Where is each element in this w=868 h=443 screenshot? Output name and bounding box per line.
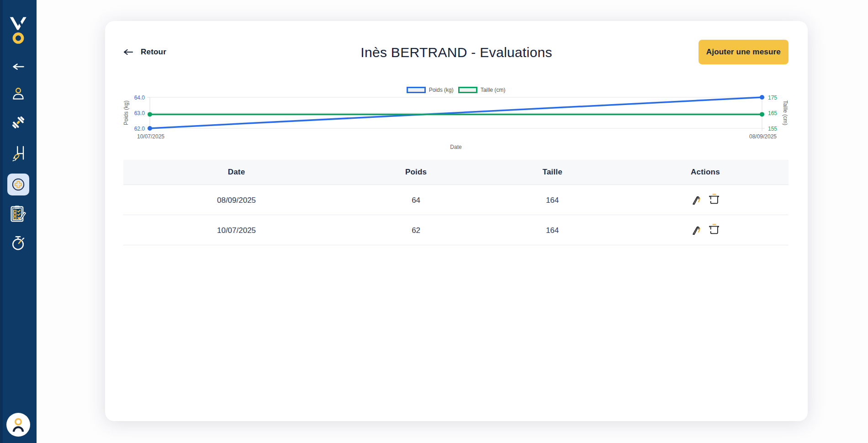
svg-text:175: 175: [768, 95, 777, 101]
rugby-goal-ball-icon: [12, 145, 25, 162]
legend-item[interactable]: Taille (cm): [458, 87, 506, 93]
vo-logo-icon: [8, 14, 29, 48]
delete-button[interactable]: [709, 194, 719, 205]
sidebar-item-stopwatch[interactable]: [7, 232, 29, 254]
edit-pencil-icon: [692, 193, 701, 205]
svg-text:10/07/2025: 10/07/2025: [137, 133, 164, 140]
legend-label: Poids (kg): [429, 87, 454, 93]
sidebar-item-medical[interactable]: [7, 174, 29, 195]
legend-swatch: [458, 87, 477, 93]
sidebar-item-evaluations[interactable]: [7, 203, 29, 225]
svg-text:62.0: 62.0: [134, 126, 145, 132]
chart-legend: Poids (kg)Taille (cm): [123, 86, 789, 94]
legend-label: Taille (cm): [481, 87, 506, 93]
cell-actions: [622, 215, 789, 245]
svg-text:Taille (cm): Taille (cm): [782, 100, 789, 126]
column-header-actions: Actions: [622, 160, 789, 185]
edit-pencil-icon: [692, 223, 701, 235]
svg-text:Poids (kg): Poids (kg): [123, 100, 129, 125]
svg-text:165: 165: [768, 110, 777, 116]
table-row: 10/07/202562164: [123, 215, 789, 245]
cell-date: 08/09/2025: [123, 185, 349, 215]
svg-text:08/09/2025: 08/09/2025: [749, 133, 777, 140]
cell-actions: [622, 185, 789, 215]
legend-item[interactable]: Poids (kg): [407, 87, 454, 93]
dumbbell-icon: [11, 116, 25, 129]
measurements-table: DatePoidsTailleActions 08/09/202564164 1…: [123, 160, 789, 245]
app-logo-icon[interactable]: [0, 14, 37, 48]
measurements-table-wrap: DatePoidsTailleActions 08/09/202564164 1…: [123, 160, 789, 245]
delete-trash-icon: [709, 194, 719, 205]
delete-trash-icon: [709, 224, 719, 235]
main-content: Retour Inès BERTRAND - Evaluations Ajout…: [37, 0, 868, 443]
edit-button[interactable]: [691, 194, 701, 205]
evaluations-card: Retour Inès BERTRAND - Evaluations Ajout…: [105, 21, 808, 421]
cell-poids: 62: [349, 215, 482, 245]
card-header: Retour Inès BERTRAND - Evaluations Ajout…: [105, 42, 808, 62]
column-header-date: Date: [123, 160, 349, 185]
cell-taille: 164: [482, 215, 622, 245]
person-icon: [13, 88, 24, 100]
medical-cross-circle-icon: [11, 177, 26, 192]
sidebar-item-dumbbell[interactable]: [7, 111, 29, 133]
sidebar: [0, 0, 37, 443]
svg-text:64.0: 64.0: [134, 95, 145, 101]
measurements-chart: Poids (kg)Taille (cm) 62.015563.016564.0…: [123, 86, 789, 154]
column-header-poids: Poids: [349, 160, 482, 185]
svg-text:Date: Date: [450, 144, 462, 150]
legend-swatch: [407, 87, 426, 93]
back-arrow-icon: [12, 63, 24, 70]
table-header-row: DatePoidsTailleActions: [123, 160, 789, 185]
edit-button[interactable]: [691, 224, 701, 235]
app: Retour Inès BERTRAND - Evaluations Ajout…: [0, 0, 868, 443]
column-header-taille: Taille: [482, 160, 622, 185]
stopwatch-icon: [11, 235, 26, 251]
user-avatar-icon: [10, 417, 26, 433]
svg-text:155: 155: [768, 126, 777, 132]
sidebar-item-rugby[interactable]: [7, 142, 29, 164]
user-avatar[interactable]: [6, 413, 30, 437]
delete-button[interactable]: [709, 224, 719, 235]
cell-date: 10/07/2025: [123, 215, 349, 245]
sidebar-item-person[interactable]: [7, 83, 29, 105]
table-row: 08/09/202564164: [123, 185, 789, 215]
checklist-clipboard-icon: [10, 205, 26, 222]
chart-canvas: 62.015563.016564.017510/07/202508/09/202…: [123, 95, 789, 154]
sidebar-item-back[interactable]: [7, 56, 29, 78]
svg-text:63.0: 63.0: [134, 110, 145, 116]
cell-poids: 64: [349, 185, 482, 215]
cell-taille: 164: [482, 185, 622, 215]
add-measure-button[interactable]: Ajouter une mesure: [699, 40, 789, 64]
